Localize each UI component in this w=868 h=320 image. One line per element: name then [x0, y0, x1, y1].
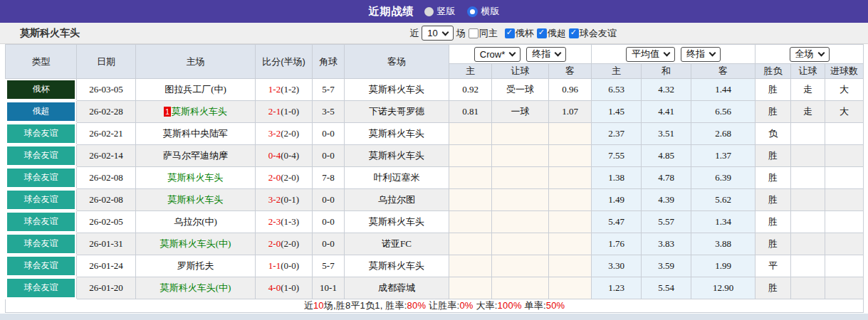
table-row: 球会友谊 26-01-24 罗斯托夫 1-1(0-0) 5-7 莫斯科火车头 3…	[6, 255, 864, 277]
table-row: 球会友谊 26-01-20 莫斯科火车头(中) 4-0(1-0) 10-1 成都…	[6, 277, 864, 299]
match-result: 胜	[755, 101, 791, 123]
halftime-score: (0-0)	[281, 260, 299, 271]
col-type: 类型	[6, 45, 77, 79]
filter-club-friendly[interactable]: 球会友谊	[569, 27, 617, 40]
asian-odds-away	[549, 189, 592, 211]
handicap-result	[791, 277, 825, 299]
home-team: 莫斯科火车头	[136, 189, 256, 211]
euro-odds-draw: 3.83	[642, 233, 691, 255]
asian-odds-home	[449, 211, 492, 233]
goals-result: 大	[825, 101, 864, 123]
goals-result: 大	[825, 79, 864, 101]
goals-result	[825, 145, 864, 167]
score-cell: 1-1(0-0)	[256, 255, 313, 277]
euro-odds-away: 6.39	[691, 167, 755, 189]
home-team: 萨马尔罕迪纳摩	[136, 145, 256, 167]
radio-checked-icon[interactable]	[467, 6, 478, 17]
asian-odds-away	[549, 255, 592, 277]
league-type-badge: 俄超	[7, 102, 75, 121]
goals-result	[825, 167, 864, 189]
asian-odds-home	[449, 277, 492, 299]
checkbox-checked-icon[interactable]	[537, 28, 547, 38]
checkbox-checked-icon[interactable]	[505, 28, 515, 38]
league-type-badge: 俄杯	[7, 80, 75, 99]
col-date: 日期	[77, 45, 136, 79]
radio-unchecked-icon[interactable]	[424, 7, 434, 16]
asian-odds-home	[449, 233, 492, 255]
match-type-cell: 俄超	[6, 101, 77, 123]
games-label: 场	[456, 27, 466, 40]
euro-odds-draw: 4.32	[642, 79, 691, 101]
results-table: 类型 日期 主场 比分(半场) 角球 客场 Crow* 终指	[5, 44, 864, 313]
rank-badge: 1	[164, 107, 171, 117]
score-cell: 1-2(1-2)	[256, 79, 313, 101]
asian-odds-home	[449, 145, 492, 167]
away-team: 莫斯科火车头	[345, 123, 449, 145]
match-result: 胜	[755, 211, 791, 233]
euro-odds-home: 1.49	[592, 189, 642, 211]
col-away: 客场	[345, 45, 449, 79]
filter-controls: 近 10 场 同主 俄杯 俄超 球会友谊	[409, 26, 616, 41]
match-count-select[interactable]: 10	[422, 26, 453, 41]
away-team: 下诺夫哥罗德	[345, 101, 449, 123]
checkbox-checked-icon[interactable]	[569, 28, 579, 38]
panel-title: 近期战绩	[369, 5, 414, 18]
league-type-badge: 球会友谊	[7, 169, 75, 187]
col-home: 主场	[136, 45, 256, 79]
corner-score: 0-0	[313, 211, 345, 233]
home-team: 乌拉尔(中)	[136, 211, 256, 233]
league-type-badge: 球会友谊	[7, 235, 75, 253]
match-type-cell: 球会友谊	[6, 123, 77, 145]
score-cell: 3-2(2-0)	[256, 123, 313, 145]
col-goals: 进球数	[825, 64, 864, 79]
euro-odds-draw: 4.85	[642, 145, 691, 167]
average-odds-select[interactable]: 平均值	[626, 47, 675, 62]
horizontal-layout-radio[interactable]: 横版	[467, 5, 500, 18]
col-cover: 让球	[791, 64, 825, 79]
match-type-cell: 球会友谊	[6, 145, 77, 167]
asian-final-odds-select[interactable]: 终指	[526, 47, 566, 62]
match-date: 26-01-31	[77, 233, 136, 255]
vertical-layout-radio[interactable]: 竖版	[424, 5, 456, 18]
match-date: 26-02-08	[77, 167, 136, 189]
home-team: 莫斯科火车头	[136, 167, 256, 189]
col-asia-line: 让球	[492, 64, 549, 79]
fulltime-score: 2-1	[268, 106, 281, 117]
halftime-score: (1-0)	[281, 282, 299, 293]
table-row: 球会友谊 26-02-21 莫斯科中央陆军 3-2(2-0) 0-0 莫斯科火车…	[6, 123, 864, 145]
euro-final-odds-select[interactable]: 终指	[681, 47, 721, 62]
euro-odds-home: 6.53	[592, 79, 642, 101]
match-type-cell: 球会友谊	[6, 255, 77, 277]
fulltime-score: 3-2	[268, 128, 281, 139]
col-euro-draw: 和	[642, 64, 691, 79]
match-result: 胜	[755, 145, 791, 167]
scope-select[interactable]: 全场	[790, 47, 830, 62]
filter-russian-cup[interactable]: 俄杯	[505, 27, 534, 40]
home-team: 1莫斯科火车头	[136, 101, 256, 123]
col-euro-home: 主	[592, 64, 642, 79]
match-type-cell: 球会友谊	[6, 233, 77, 255]
asian-handicap-line	[492, 277, 549, 299]
euro-odds-away: 1.34	[691, 211, 755, 233]
chevron-down-icon	[555, 50, 562, 57]
table-row: 球会友谊 26-02-08 莫斯科火车头 2-0(2-0) 7-8 叶利迈塞米 …	[6, 167, 864, 189]
fulltime-score: 2-0	[268, 172, 281, 183]
euro-odds-away: 1.99	[691, 255, 755, 277]
match-type-cell: 俄杯	[6, 79, 77, 101]
filter-russian-premier[interactable]: 俄超	[537, 27, 566, 40]
bookmaker-select[interactable]: Crow*	[474, 47, 521, 62]
table-row: 球会友谊 26-02-14 萨马尔罕迪纳摩 0-4(0-4) 0-0 莫斯科火车…	[6, 145, 864, 167]
away-team: 莫斯科火车头	[345, 79, 449, 101]
match-date: 26-02-05	[77, 211, 136, 233]
same-home-filter[interactable]: 同主	[469, 27, 498, 40]
euro-odds-away: 1.37	[691, 145, 755, 167]
checkbox-unchecked-icon[interactable]	[469, 28, 479, 38]
match-date: 26-02-08	[77, 189, 136, 211]
vertical-layout-label: 竖版	[437, 5, 456, 18]
euro-odds-draw: 5.57	[642, 211, 691, 233]
asian-odds-home	[449, 189, 492, 211]
match-date: 26-02-14	[77, 145, 136, 167]
asian-handicap-line	[492, 211, 549, 233]
result-group: 全场	[755, 45, 864, 64]
halftime-score: (2-0)	[281, 172, 299, 183]
